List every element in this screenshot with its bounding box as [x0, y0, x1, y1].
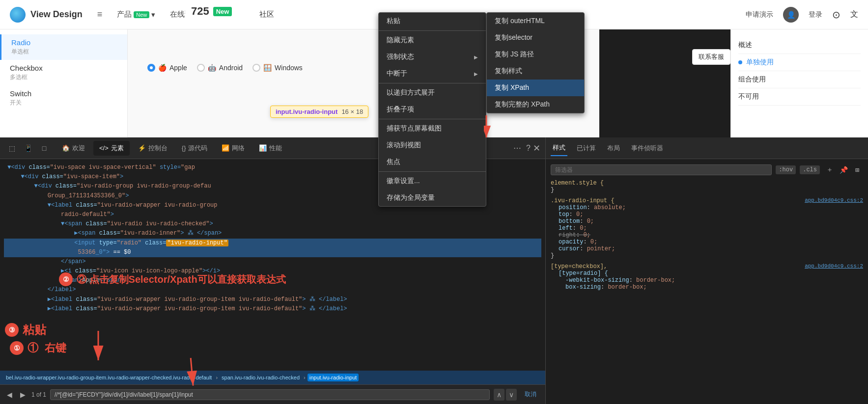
annotation-1-text: ① 右键 — [28, 341, 66, 355]
annotation-3-text: 粘贴 — [23, 322, 46, 338]
ctx-break-on[interactable]: 中断于 — [379, 65, 486, 82]
rs-item-combined[interactable]: 组合使用 — [738, 71, 861, 88]
ctx-capture-screenshot[interactable]: 捕获节点屏幕截图 — [379, 120, 486, 137]
breadcrumb-item-0[interactable]: bel.ivu-radio-wrapper.ivu-radio-group-it… — [4, 374, 214, 381]
filter-tag-hov[interactable]: :hov — [776, 165, 796, 174]
tab-elements[interactable]: </> 元素 — [93, 141, 130, 156]
search-down-btn[interactable]: ∨ — [506, 389, 517, 401]
rs-combined-label: 组合使用 — [738, 75, 766, 84]
elem-line-11: ▶<i class="ivu-icon ivu-icon-logo-apple"… — [4, 267, 541, 276]
css-rule-type-checkbox: [type=checkbox], app.bd9d04c9.css:2 [typ… — [551, 263, 863, 291]
contact-service-btn[interactable]: 联系客服 — [692, 49, 730, 65]
search-prev-btn[interactable]: ◀ — [5, 389, 14, 401]
css-prop-bottom: bottom: 0; — [551, 218, 594, 225]
ctx-paste[interactable]: 粘贴 — [379, 13, 486, 29]
tab-console[interactable]: ⚡ 控制台 — [132, 141, 173, 156]
side-buttons: 联系客服 — [692, 49, 730, 65]
radio-windows-label: Windows — [275, 64, 303, 72]
css-prop-opacity: opacity: 0; — [551, 239, 597, 245]
sub-ctx-copy-full-xpath[interactable]: 复制完整的 XPath — [487, 96, 584, 113]
add-style-btn[interactable]: ＋ — [824, 164, 836, 176]
sidebar-item-switch-label: Switch — [10, 89, 117, 98]
elements-icon: </> — [99, 144, 109, 152]
logo-text: View Design — [30, 9, 83, 20]
tab-welcome[interactable]: 🏠 欢迎 — [56, 141, 91, 156]
rs-overview-label: 概述 — [738, 41, 752, 50]
ctx-focus[interactable]: 焦点 — [379, 154, 486, 170]
ctx-badge-settings[interactable]: 徽章设置... — [379, 173, 486, 189]
sub-ctx-copy-js-path[interactable]: 复制 JS 路径 — [487, 46, 584, 63]
annotation-3: ③ 粘贴 — [5, 322, 46, 338]
styles-tab-computed[interactable]: 已计算 — [575, 141, 598, 156]
github-icon[interactable]: ⊙ — [832, 9, 840, 21]
sidebar-item-radio-sub: 单选框 — [11, 48, 117, 56]
sidebar-item-switch[interactable]: Switch 开关 — [0, 85, 127, 111]
ctx-hide-element[interactable]: 隐藏元素 — [379, 32, 486, 49]
nav-community[interactable]: 社区 — [250, 6, 284, 23]
styles-tab-layout[interactable]: 布局 — [605, 141, 622, 156]
radio-option-windows[interactable]: 🪟 Windows — [252, 64, 303, 72]
styles-tab-styles[interactable]: 样式 — [551, 140, 567, 156]
rs-item-standalone[interactable]: 单独使用 — [738, 54, 861, 71]
elem-line-15: ▶<label class="ivu-radio-wrapper ivu-rad… — [4, 304, 541, 314]
sub-ctx-copy-outerhtml[interactable]: 复制 outerHTML — [487, 13, 584, 29]
ctx-scroll-to-view[interactable]: 滚动到视图 — [379, 137, 486, 154]
ctx-store-global[interactable]: 存储为全局变量 — [379, 189, 486, 206]
search-input[interactable] — [50, 389, 490, 400]
avatar[interactable]: 👤 — [783, 7, 799, 23]
search-up-btn[interactable]: ∧ — [494, 389, 504, 401]
ctx-expand-recursive[interactable]: 以递归方式展开 — [379, 84, 486, 101]
search-next-btn[interactable]: ▶ — [18, 389, 28, 401]
elem-line-9: 53366_0"> == $0 — [4, 248, 541, 257]
logo-icon — [10, 7, 26, 23]
device-toggle-btn[interactable]: 📱 — [21, 141, 35, 155]
devtools-close-btn[interactable]: ✕ — [533, 143, 540, 154]
filter-tag-cls[interactable]: .cls — [800, 165, 820, 174]
annotation-1: ① ① 右键 — [10, 341, 66, 355]
styles-tab-listeners[interactable]: 事件侦听器 — [629, 141, 665, 156]
inspect-element-btn[interactable]: ⬚ — [5, 141, 19, 155]
tab-performance[interactable]: 📊 性能 — [253, 141, 288, 156]
panel-mode-btn[interactable]: □ — [37, 141, 51, 155]
tab-sources[interactable]: {} 源代码 — [176, 141, 214, 156]
radio-option-apple[interactable]: 🍎 Apple — [147, 64, 187, 72]
css-prop-right: right: 0; — [551, 232, 590, 239]
nav-products[interactable]: 产品 New ▾ — [117, 10, 155, 19]
ctx-sep-1 — [379, 30, 486, 31]
ctx-sep-3 — [379, 119, 486, 119]
sidebar-item-radio[interactable]: Radio 单选框 — [0, 34, 127, 60]
pin-style-btn[interactable]: 📌 — [838, 164, 849, 176]
elem-line-10: </span> — [4, 257, 541, 267]
sub-ctx-copy-styles[interactable]: 复制样式 — [487, 63, 584, 80]
devtools-more-btn[interactable]: ⋯ — [513, 143, 521, 153]
lang-icon[interactable]: 文 — [850, 9, 858, 20]
filter-input[interactable] — [551, 164, 772, 175]
rs-item-disabled[interactable]: 不可用 — [738, 88, 861, 106]
radio-windows-icon: 🪟 — [263, 64, 272, 72]
copy-style-btn[interactable]: ⊞ — [851, 164, 863, 176]
rs-active-dot — [738, 60, 742, 64]
css-source-checkbox[interactable]: app.bd9d04c9.css:2 — [805, 263, 863, 269]
tab-network[interactable]: 📶 网络 — [216, 141, 251, 156]
ctx-collapse-children[interactable]: 折叠子项 — [379, 101, 486, 118]
rs-item-overview[interactable]: 概述 — [738, 37, 861, 54]
search-arrows: ∧ ∨ — [494, 389, 517, 401]
radio-option-android[interactable]: 🤖 Android — [197, 64, 243, 72]
breadcrumb-item-2[interactable]: input.ivu-radio-input — [308, 374, 359, 381]
css-source-radio[interactable]: app.bd9d04c9.css:2 — [805, 197, 863, 203]
sub-ctx-copy-selector[interactable]: 复制selector — [487, 29, 584, 46]
sub-ctx-copy-xpath[interactable]: 复制 XPath — [487, 80, 584, 96]
sidebar-item-switch-sub: 开关 — [10, 99, 117, 107]
arrow-3 — [86, 328, 111, 370]
cancel-btn[interactable]: 取消 — [521, 388, 540, 401]
search-result: 1 of 1 — [31, 391, 46, 398]
breadcrumb-item-1[interactable]: span.ivu-radio.ivu-radio-checked — [220, 374, 302, 381]
rs-standalone-label: 单独使用 — [746, 58, 774, 67]
hamburger-icon[interactable]: ≡ — [97, 9, 103, 20]
apply-demo-btn[interactable]: 申请演示 — [746, 10, 773, 19]
rs-disabled-label: 不可用 — [738, 92, 759, 101]
devtools-help-btn[interactable]: ? — [526, 144, 531, 153]
ctx-force-state[interactable]: 强制状态 — [379, 49, 486, 65]
sidebar-item-checkbox[interactable]: Checkbox 多选框 — [0, 60, 127, 85]
login-btn[interactable]: 登录 — [809, 10, 822, 19]
